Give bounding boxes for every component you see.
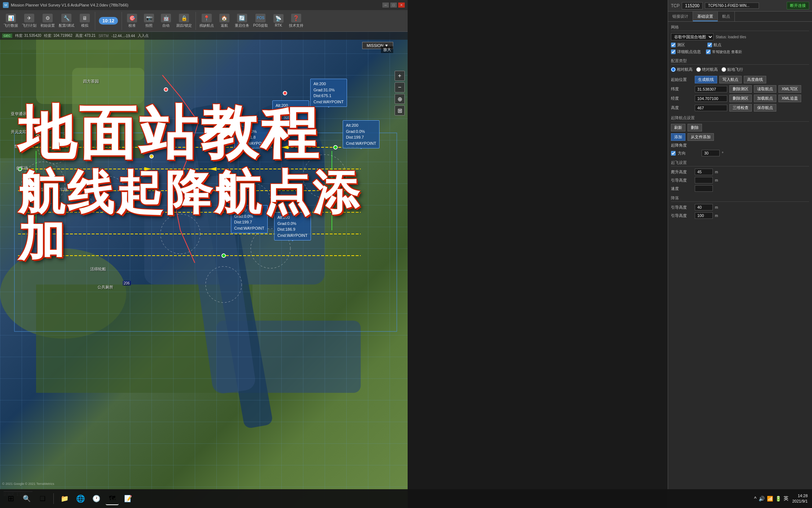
direction-checkbox[interactable] — [671, 151, 676, 156]
direction-row: 方向 ° — [671, 150, 809, 156]
auto-icon: 🤖 — [161, 14, 171, 22]
delete-area-btn[interactable]: 删除测区 — [729, 85, 752, 93]
tray-speaker-icon[interactable]: 🔊 — [759, 496, 765, 502]
checkbox-detail-input[interactable] — [671, 49, 676, 54]
direction-input[interactable] — [702, 150, 720, 156]
tray-lang[interactable]: 英 — [784, 495, 789, 502]
toolbar-return[interactable]: 🏠 返航 — [216, 13, 232, 29]
start-menu-button[interactable]: ⊞ — [4, 492, 17, 505]
write-waypoints-btn[interactable]: 写入航点 — [719, 76, 742, 83]
toolbar-support[interactable]: ❓ 技术支持 — [288, 13, 305, 29]
flight-plan-icon: ✈ — [24, 14, 34, 22]
mission-planner-button[interactable]: 🗺 — [106, 492, 119, 505]
zoom-out-button[interactable]: − — [395, 82, 405, 92]
tray-battery-icon: 🔋 — [775, 496, 781, 502]
toolbar-waypoints-remain[interactable]: 📍 残缺航点 — [198, 13, 215, 29]
speed-input[interactable] — [695, 185, 713, 192]
maximize-button[interactable]: □ — [390, 3, 397, 8]
recenter-button[interactable]: ⊕ — [395, 94, 405, 104]
radio-absolute[interactable]: 绝对航高 — [696, 67, 718, 72]
search-button[interactable]: 🔍 — [20, 492, 33, 505]
guide-unit: m — [715, 178, 718, 182]
toolbar-flight-plan[interactable]: ✈ 飞行计划 — [21, 13, 38, 29]
map-label-company: 亚华通讯 — [11, 111, 27, 117]
task-view-button[interactable]: ❑ — [36, 492, 49, 505]
layers-button[interactable]: ⊞ — [395, 105, 405, 116]
guide-alt-input[interactable] — [695, 177, 713, 183]
zoom-in-button[interactable]: + — [395, 71, 405, 81]
read-waypoints-btn[interactable]: 读取航点 — [754, 85, 776, 93]
radio-terrain[interactable]: 贴地飞行 — [721, 67, 743, 72]
edge-browser-button[interactable]: 🌐 — [74, 492, 87, 505]
toolbar-pos[interactable]: POS POS提取 — [252, 13, 269, 29]
toolbar-rtk[interactable]: 📡 RTK — [271, 13, 286, 28]
climb-alt-input[interactable] — [695, 169, 713, 175]
taskbar: ⊞ 🔍 ❑ 📁 🌐 🕐 🗺 📝 ^ 🔊 📶 🔋 英 14:28 2021/9/1 — [0, 489, 812, 508]
map-area[interactable]: GEC 纬度: 31.535420 经度: 104.719962 高度: 473… — [0, 32, 408, 508]
toolbar-flight-data[interactable]: 📊 飞行数据 — [2, 13, 19, 29]
pos-icon: POS — [255, 14, 265, 22]
xml-overwrite-btn[interactable]: XML追盖 — [778, 95, 801, 102]
generate-route-btn[interactable]: 生成航线 — [695, 76, 717, 83]
lng-input[interactable] — [695, 95, 727, 102]
3d-check-btn[interactable]: 三维检查 — [729, 104, 752, 112]
map-source-select[interactable]: 谷歌中国混合地图 谷歌卫星地图 必应地图 — [671, 33, 714, 40]
minimize-button[interactable]: ─ — [382, 3, 389, 8]
toolbar-track[interactable]: 🔒 跟踪/锁定 — [175, 13, 193, 29]
notes-app-button[interactable]: 📝 — [122, 492, 135, 505]
climb-unit: m — [715, 170, 718, 174]
toolbar-sep-2 — [122, 12, 122, 30]
tab-basic-settings[interactable]: 基础设置 — [693, 12, 718, 21]
tab-waypoints[interactable]: 航点 — [718, 12, 735, 21]
tray-network-icon[interactable]: 📶 — [767, 496, 773, 502]
file-explorer-button[interactable]: 📁 — [58, 492, 71, 505]
save-waypoints-btn[interactable]: 保存航点 — [754, 104, 776, 112]
toolbar-sim[interactable]: 🖥 模拟 — [77, 13, 93, 29]
checkbox-nav-input[interactable] — [706, 49, 711, 54]
refresh-btn[interactable]: 刷新 — [671, 124, 685, 131]
waypoint-popup-1: Alt:200 Grad:31.0% Dist:675.1 Cmd:WAYPOI… — [310, 79, 347, 107]
toolbar-restart[interactable]: 🔄 重启任务 — [233, 13, 251, 29]
alt-type-section: 配置类型 相对航高 绝对航高 贴地飞行 — [671, 58, 809, 72]
altitude-curve-btn[interactable]: 高度曲线 — [744, 76, 766, 83]
load-waypoints-btn[interactable]: 加载航点 — [754, 95, 776, 102]
system-clock[interactable]: 14:28 2021/9/1 — [792, 493, 808, 504]
wp-marker-red-2[interactable] — [283, 91, 287, 95]
land-guide-alt-input[interactable] — [695, 204, 713, 210]
wp-marker-red-1[interactable] — [164, 87, 168, 92]
add-btn[interactable]: 添加 — [671, 133, 685, 141]
wp-marker-green-2[interactable] — [333, 145, 338, 149]
delete-area-btn-2[interactable]: 删除测区 — [729, 95, 752, 102]
delete-btn[interactable]: 删除 — [688, 124, 702, 131]
wp-marker-green-1[interactable] — [36, 134, 40, 139]
xml-write-btn[interactable]: XML写区 — [778, 85, 801, 93]
srtm-indicator: SRTM — [98, 34, 109, 38]
wp-marker-yellow-1[interactable] — [149, 154, 154, 159]
alt-input[interactable] — [695, 105, 727, 111]
lat-input[interactable] — [695, 86, 727, 92]
toolbar-initial-setup[interactable]: ⚙ 初始设置 — [39, 13, 56, 29]
window-controls[interactable]: ─ □ ✕ — [382, 3, 405, 8]
toolbar-config[interactable]: 🔧 配置/调试 — [57, 13, 76, 29]
checkbox-area-input[interactable] — [671, 43, 676, 47]
toolbar-auto[interactable]: 🤖 自动 — [158, 13, 174, 29]
land-guide-h-input[interactable] — [695, 212, 713, 219]
radio-relative[interactable]: 相对航高 — [671, 67, 693, 72]
zoom-label: 放大 — [381, 46, 393, 53]
clock-app-button[interactable]: 🕐 — [90, 492, 103, 505]
close-button[interactable]: ✕ — [398, 3, 405, 8]
tray-expand[interactable]: ^ — [754, 496, 757, 502]
toolbar-sep-3 — [196, 12, 196, 30]
pos-label: POS提取 — [253, 23, 268, 28]
tab-link-design[interactable]: 链接设计 — [668, 12, 693, 21]
connect-button[interactable]: 断开连接 — [787, 2, 809, 9]
map-label-bike: 自车场 — [16, 165, 28, 171]
clock-date: 2021/9/1 — [792, 499, 808, 504]
wp-marker-yellow-2[interactable] — [70, 196, 74, 200]
wp-marker-green-4[interactable] — [221, 253, 226, 258]
checkbox-waypoint-input[interactable] — [707, 43, 712, 47]
toolbar-photo[interactable]: 📷 拍照 — [141, 13, 157, 29]
add-from-file-btn[interactable]: 从文件添加 — [688, 133, 714, 141]
toolbar-calibrate[interactable]: 🎯 校准 — [124, 13, 140, 29]
sim-label: 模拟 — [81, 23, 88, 28]
